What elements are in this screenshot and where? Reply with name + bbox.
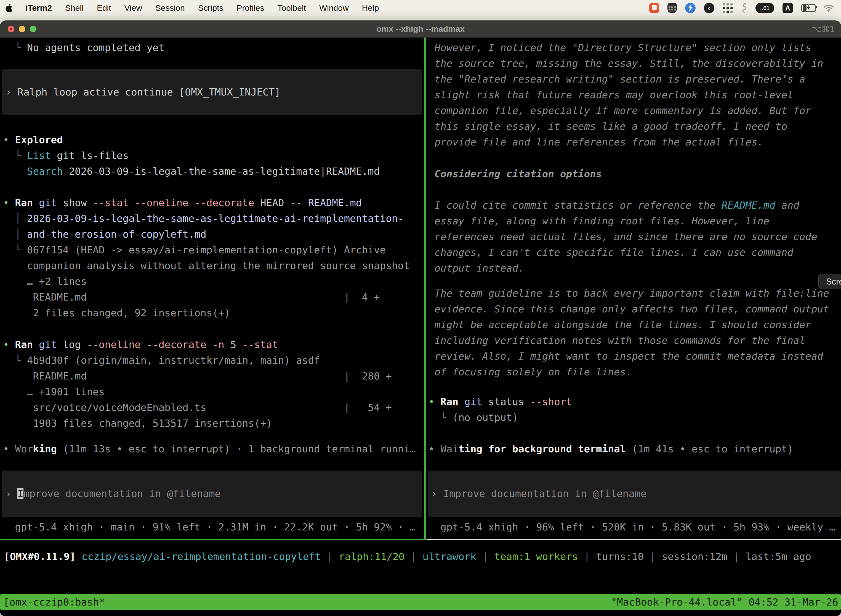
terminal-area: └ No agents completed yet› Ralph loop ac… (0, 38, 841, 616)
menu-item-window[interactable]: Window (313, 3, 355, 13)
menu-item-view[interactable]: View (118, 3, 149, 13)
terminal-line: └ (no output) (428, 409, 841, 425)
window-title: omx --xhigh --madmax (0, 24, 841, 34)
pane-bottom-border-right (426, 539, 841, 540)
terminal-line: └ 4b9d30f (origin/main, instructkr/main,… (3, 352, 424, 368)
terminal-line: └ 067f154 (HEAD -> essay/ai-reimplementa… (3, 242, 424, 258)
menu-item-shell[interactable]: Shell (59, 3, 90, 13)
terminal-pane-left[interactable]: └ No agents completed yet› Ralph loop ac… (0, 38, 424, 539)
terminal-line: src/voice/voiceModeEnabled.ts | 54 + (3, 400, 424, 415)
terminal-line: changes, I can't cite specific file line… (428, 245, 841, 260)
dark-c-icon[interactable]: ‹ (704, 3, 714, 13)
terminal-line: 2 files changed, 92 insertions(+) (3, 305, 424, 321)
tmux-status-bar: [omx-cczip0:bash* "MacBook-Pro-44.local"… (0, 594, 841, 610)
terminal-line: of focusing solely on file lines. (428, 364, 841, 380)
terminal-line: output instead. (428, 260, 841, 276)
terminal-line: evidence. Since this change only affects… (428, 301, 841, 317)
terminal-line: the "Related research writing" section i… (428, 71, 841, 87)
terminal-line: might be acceptable alongside the file l… (428, 317, 841, 333)
terminal-line: The team guideline is to back every impo… (428, 285, 841, 301)
tmux-host-clock: "MacBook-Pro-44.local" 04:52 31-Mar-26 (611, 594, 841, 610)
wifi-icon[interactable] (824, 4, 834, 12)
terminal-line: … +1901 lines (3, 384, 424, 400)
terminal-line: … +2 lines (3, 273, 424, 289)
apple-menu-icon[interactable] (0, 4, 18, 12)
squiggle-icon[interactable] (741, 3, 747, 13)
menu-item-edit[interactable]: Edit (90, 3, 118, 13)
macos-menu-bar: iTerm2ShellEditViewSessionScriptsProfile… (0, 0, 841, 16)
menu-items: iTerm2ShellEditViewSessionScriptsProfile… (0, 3, 385, 13)
terminal-line: • Ran git log --oneline --decorate -n 5 … (3, 337, 424, 352)
menu-item-help[interactable]: Help (355, 3, 386, 13)
screen-tooltip-label: Scre (826, 274, 841, 289)
terminal-line: the source tree, missing the essay. Stil… (428, 56, 841, 71)
terminal-line: • Working (11m 13s • esc to interrupt) ·… (3, 441, 424, 457)
menu-item-profiles[interactable]: Profiles (230, 3, 271, 13)
iterm2-window: omx --xhigh --madmax ⌥⌘1 └ No agents com… (0, 21, 841, 616)
menu-item-iterm2[interactable]: iTerm2 (18, 3, 59, 13)
terminal-line: references need actual files, and since … (428, 229, 841, 245)
prompt-input[interactable]: › Improve documentation in @filename (428, 471, 841, 517)
menu-item-scripts[interactable]: Scripts (192, 3, 230, 13)
window-shortcut-badge: ⌥⌘1 (812, 24, 835, 34)
menu-item-toolbelt[interactable]: Toolbelt (271, 3, 313, 13)
terminal-line: README.md | 280 + (3, 368, 424, 384)
prompt-input[interactable]: › Ralph loop active continue [OMX_TMUX_I… (2, 69, 422, 115)
terminal-line: essay file, along with finding root file… (428, 213, 841, 229)
terminal-line: └ No agents completed yet (3, 40, 424, 56)
terminal-line: Considering citation options (428, 166, 841, 182)
badge-61-icon[interactable]: ..61 (756, 3, 774, 13)
keyboard-layout-icon[interactable]: A (782, 3, 793, 13)
terminal-line: README.md | 4 + (3, 289, 424, 305)
blue-bolt-icon[interactable] (685, 3, 696, 13)
terminal-line: provide file and line references from th… (428, 134, 841, 150)
pane-bottom-border-left (0, 539, 426, 540)
terminal-line: companion file, especially if more comme… (428, 103, 841, 119)
terminal-line: I could cite commit statistics or refere… (428, 197, 841, 213)
tmux-session-label: [omx-cczip0:bash* (0, 594, 105, 610)
terminal-line: However, I noticed the "Directory Struct… (428, 40, 841, 56)
terminal-line: └ List git ls-files (3, 148, 424, 163)
terminal-line: • Explored (3, 132, 424, 148)
window-title-bar[interactable]: omx --xhigh --madmax ⌥⌘1 (0, 21, 841, 38)
terminal-line: companion analysis without altering the … (3, 258, 424, 273)
battery-charging-icon[interactable] (801, 4, 816, 12)
terminal-pane-right[interactable]: However, I noticed the "Directory Struct… (426, 38, 841, 539)
terminal-line: • Waiting for background terminal (1m 41… (428, 441, 841, 457)
omx-status-line: [OMX#0.11.9] cczip/essay/ai-reimplementa… (4, 549, 841, 565)
prompt-input[interactable]: › Improve documentation in @filename (2, 471, 422, 517)
chat-app-icon[interactable] (649, 3, 659, 13)
terminal-line: • Ran git show --stat --oneline --decora… (3, 195, 424, 211)
terminal-line: │ and-the-erosion-of-copyleft.md (3, 226, 424, 242)
shield-grid-icon[interactable] (667, 3, 677, 13)
terminal-line: Search 2026-03-09-is-legal-the-same-as-l… (3, 163, 424, 179)
screen-tooltip: Scre (818, 274, 841, 289)
menu-item-session[interactable]: Session (149, 3, 192, 13)
terminal-line: gpt-5.4 xhigh · 96% left · 520K in · 5.8… (428, 519, 841, 535)
terminal-line: │ 2026-03-09-is-legal-the-same-as-legiti… (3, 211, 424, 226)
dots-grid-icon[interactable] (722, 3, 733, 13)
terminal-line: including verification notes with those … (428, 333, 841, 348)
terminal-line: • Ran git status --short (428, 394, 841, 409)
terminal-line: gpt-5.4 xhigh · main · 91% left · 2.31M … (3, 519, 424, 535)
terminal-line: review. Also, I might want to inspect th… (428, 348, 841, 364)
terminal-line: this single essay, it seems like a good … (428, 119, 841, 134)
terminal-line: 1903 files changed, 513517 insertions(+) (3, 415, 424, 431)
menu-status-icons: ‹ ..61 A (649, 3, 841, 13)
terminal-line: slight risk that future readers may over… (428, 87, 841, 103)
